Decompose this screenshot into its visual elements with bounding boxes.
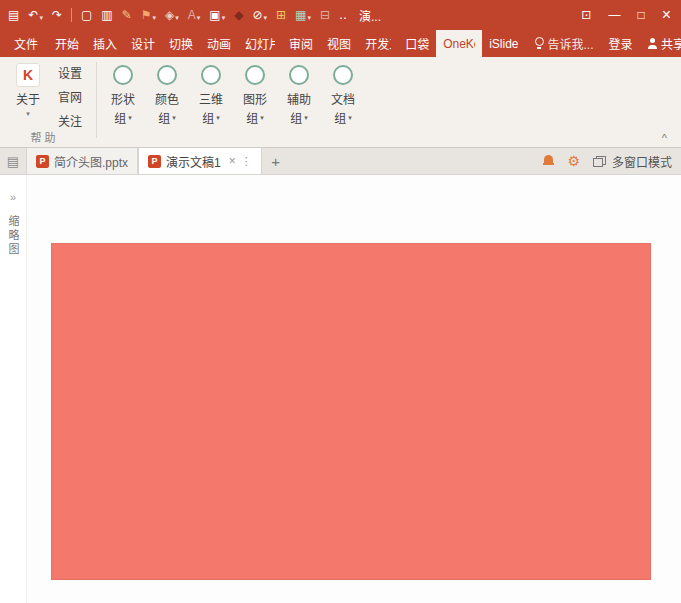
new-slide-icon[interactable]: ▥ xyxy=(101,9,112,21)
tabbar-right-tools: ⚙ 多窗口模式 xyxy=(543,148,681,174)
format-painter-icon[interactable]: ✎ xyxy=(122,9,132,21)
chevron-down-icon: ▾ xyxy=(26,110,30,118)
chevron-down-icon: ▾ xyxy=(128,114,132,122)
thumbnail-pane-label[interactable]: 缩略图 xyxy=(5,215,21,257)
window-controls: ⊡ — □ × xyxy=(581,7,671,23)
document-group-button[interactable]: 文档 组▾ xyxy=(321,62,365,126)
ribbon-group-label: 帮 助 xyxy=(10,129,76,145)
gear-icon[interactable]: ⚙ xyxy=(567,154,580,168)
ribbon-content: K 关于 ▾ 设置 官网 关注 形状 组▾ 颜色 组▾ 三维 组▾ 图形 组▾ xyxy=(0,57,681,148)
save-icon[interactable]: ▤ xyxy=(8,9,19,21)
ribbon-group-separator xyxy=(96,62,97,138)
onekey-links: 设置 官网 关注 xyxy=(54,63,86,130)
maximize-button[interactable]: □ xyxy=(637,9,644,21)
share-button[interactable]: 共享 xyxy=(640,30,681,57)
tab-home[interactable]: 开始 xyxy=(48,30,86,57)
ribbon-tab-row: 文件 开始 插入 设计 切换 动画 幻灯片 审阅 视图 开发工 口袋 OneKe… xyxy=(0,30,681,57)
picture-icon[interactable]: ▦▾ xyxy=(295,9,311,21)
notification-bell-icon[interactable] xyxy=(543,155,554,167)
circle-icon xyxy=(245,65,265,85)
tab-view[interactable]: 视图 xyxy=(320,30,358,57)
tab-slideshow[interactable]: 幻灯片 xyxy=(238,30,282,57)
chevron-down-icon: ▾ xyxy=(260,114,264,122)
tab-pocket[interactable]: 口袋 xyxy=(398,30,436,57)
chevron-down-icon: ▾ xyxy=(153,14,157,21)
onekey-logo-icon: K xyxy=(16,63,40,87)
expand-pane-icon[interactable]: » xyxy=(10,191,16,203)
lightbulb-icon xyxy=(534,37,543,50)
tab-design[interactable]: 设计 xyxy=(124,30,162,57)
website-button[interactable]: 官网 xyxy=(54,87,86,106)
multi-window-icon xyxy=(593,156,606,167)
tab-transitions[interactable]: 切换 xyxy=(162,30,200,57)
multi-window-mode-button[interactable]: 多窗口模式 xyxy=(593,153,672,170)
chevron-down-icon: ▾ xyxy=(307,14,311,21)
undo-icon[interactable]: ↶▾ xyxy=(28,9,43,21)
close-tab-icon[interactable]: × xyxy=(229,154,236,168)
color-group-button[interactable]: 颜色 组▾ xyxy=(145,62,189,126)
chevron-down-icon: ▾ xyxy=(39,14,43,21)
tab-islide[interactable]: iSlide xyxy=(482,30,525,57)
chevron-down-icon: ▾ xyxy=(348,114,352,122)
ppt-file-icon: P xyxy=(36,155,49,168)
circle-icon xyxy=(201,65,221,85)
document-tab-bar: ▤ P 简介头图.pptx P 演示文稿1 × ⋮ + ⚙ 多窗口模式 xyxy=(0,148,681,175)
new-tab-button[interactable]: + xyxy=(262,148,290,174)
ppt-file-icon: P xyxy=(148,155,161,168)
no-fill-icon[interactable]: ⊘▾ xyxy=(252,9,267,21)
quick-access-toolbar: ▤ ↶▾ ↷ ▢ ▥ ✎ ⚑▾ ◈▾ A▾ ▣▾ ◆ ⊘▾ ⊞ ▦▾ ⊟ ‥ xyxy=(8,8,347,22)
chevron-down-icon: ▾ xyxy=(197,14,201,21)
window-title: 演... xyxy=(359,7,381,24)
collapse-ribbon-icon[interactable]: ^ xyxy=(662,132,667,144)
font-icon[interactable]: A▾ xyxy=(188,9,201,21)
close-button[interactable]: × xyxy=(662,7,671,23)
clipboard-icon[interactable]: ▣▾ xyxy=(209,9,225,21)
tab-review[interactable]: 审阅 xyxy=(282,30,320,57)
printer-icon[interactable]: ⊟ xyxy=(320,9,330,21)
ribbon-display-icon[interactable]: ⊡ xyxy=(581,9,591,21)
new-doc-icon[interactable]: ▢ xyxy=(81,9,92,21)
tab-animations[interactable]: 动画 xyxy=(200,30,238,57)
titlebar: ▤ ↶▾ ↷ ▢ ▥ ✎ ⚑▾ ◈▾ A▾ ▣▾ ◆ ⊘▾ ⊞ ▦▾ ⊟ ‥ 演… xyxy=(0,0,681,30)
grid-icon[interactable]: ⊞ xyxy=(276,9,286,21)
more-icon[interactable]: ‥ xyxy=(339,9,347,21)
main-area: » 缩略图 xyxy=(0,175,681,603)
tab-file[interactable]: 文件 xyxy=(4,30,48,57)
tell-me-box[interactable]: 告诉我... xyxy=(526,30,602,57)
circle-icon xyxy=(333,65,353,85)
shapes-icon[interactable]: ◈▾ xyxy=(165,9,179,21)
chevron-down-icon: ▾ xyxy=(172,114,176,122)
chevron-down-icon: ▾ xyxy=(216,114,220,122)
shape-group-button[interactable]: 形状 组▾ xyxy=(101,62,145,126)
diamond-icon[interactable]: ◆ xyxy=(234,9,243,21)
redo-icon[interactable]: ↷ xyxy=(52,9,62,21)
helper-group-button[interactable]: 辅助 组▾ xyxy=(277,62,321,126)
circle-icon xyxy=(113,65,133,85)
circle-icon xyxy=(289,65,309,85)
doc-tab-active[interactable]: P 演示文稿1 × ⋮ xyxy=(138,148,262,174)
graphic-group-button[interactable]: 图形 组▾ xyxy=(233,62,277,126)
thumbnail-pane-collapsed: » 缩略图 xyxy=(0,175,27,603)
tab-insert[interactable]: 插入 xyxy=(86,30,124,57)
chevron-down-icon: ▾ xyxy=(222,14,226,21)
threed-group-button[interactable]: 三维 组▾ xyxy=(189,62,233,126)
flag-icon[interactable]: ⚑▾ xyxy=(141,9,156,21)
settings-button[interactable]: 设置 xyxy=(54,63,86,82)
tab-menu-icon[interactable]: ⋮ xyxy=(241,155,252,168)
chevron-down-icon: ▾ xyxy=(175,14,179,21)
slide-shape[interactable] xyxy=(51,243,651,580)
person-icon xyxy=(647,38,658,49)
doc-tab-inactive[interactable]: P 简介头图.pptx xyxy=(26,148,138,174)
slide-canvas[interactable] xyxy=(27,175,681,603)
app-window: ▤ ↶▾ ↷ ▢ ▥ ✎ ⚑▾ ◈▾ A▾ ▣▾ ◆ ⊘▾ ⊞ ▦▾ ⊟ ‥ 演… xyxy=(0,0,681,603)
toolbar-separator xyxy=(71,8,72,22)
tab-developer[interactable]: 开发工 xyxy=(358,30,398,57)
login-button[interactable]: 登录 xyxy=(602,30,640,57)
minimize-button[interactable]: — xyxy=(608,9,620,21)
follow-button[interactable]: 关注 xyxy=(54,111,86,130)
chevron-down-icon: ▾ xyxy=(263,14,267,21)
about-button[interactable]: K 关于 ▾ xyxy=(8,62,48,118)
circle-icon xyxy=(157,65,177,85)
start-page-icon[interactable]: ▤ xyxy=(0,148,26,174)
tab-onekey-active[interactable]: OneKey xyxy=(436,30,482,57)
